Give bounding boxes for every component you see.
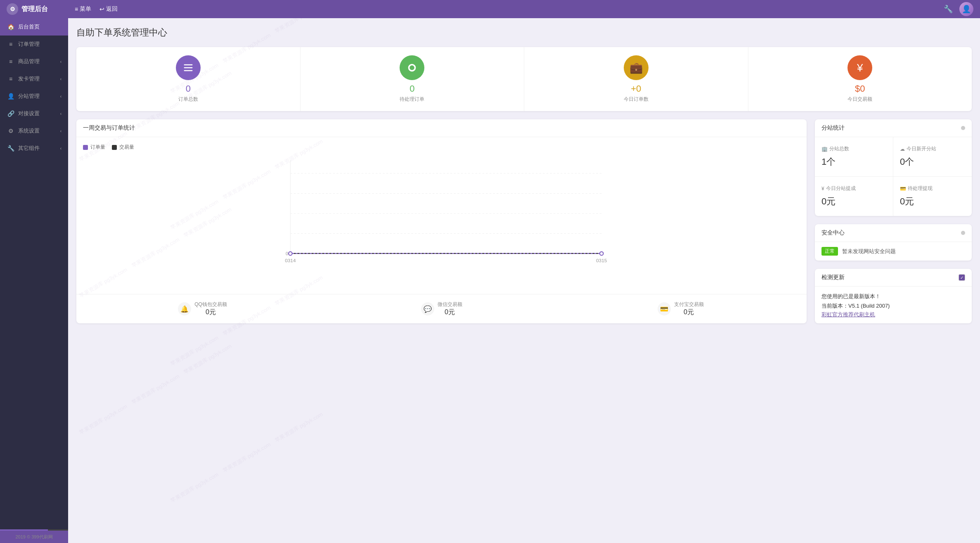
orders-icon: ≡	[7, 41, 15, 47]
avatar[interactable]: 👤	[959, 2, 973, 16]
stat-card-today-orders: 💼 +0 今日订单数	[524, 47, 748, 111]
menu-button[interactable]: ≡ 菜单	[75, 5, 91, 13]
pending-value: 0	[410, 83, 414, 94]
alipay-icon: 💳	[658, 302, 671, 315]
svg-text:0314: 0314	[285, 258, 296, 263]
chart-bottom-stats: 🔔 QQ钱包交易额 0元 💬 微信交易额 0元	[76, 294, 807, 323]
cloud-icon: ☁	[900, 146, 905, 152]
svg-rect-2	[184, 70, 192, 71]
security-panel: 安全中心 正常 暂未发现网站安全问题	[815, 224, 972, 261]
sidebar-label-orders: 订单管理	[18, 40, 40, 48]
side-stat-total-branches: 🏢 分站总数 1个	[815, 137, 893, 177]
chart-legend: 订单量 交易量	[83, 144, 800, 151]
today-orders-label: 今日订单数	[624, 96, 649, 103]
nav-items: ≡ 菜单 ↩ 返回	[75, 5, 118, 13]
svg-text:0: 0	[286, 251, 288, 256]
svg-point-4	[410, 65, 414, 70]
update-body: 您使用的已是最新版本！ 当前版本：V5.1 (Build 2007) 彩虹官方推…	[815, 287, 972, 323]
watermark-7: 苹果资源库 pg3yk.com 苹果资源库 pg3yk.com 苹果资源库 pg…	[169, 410, 324, 504]
qq-info: QQ钱包交易额 0元	[194, 301, 227, 317]
today-orders-icon: 💼	[624, 55, 649, 80]
branch-icon: 👤	[7, 93, 15, 100]
sidebar-item-invoice[interactable]: ≡ 发卡管理 ‹	[0, 70, 68, 88]
sidebar: 🏠 后台首页 ≡ 订单管理 ≡ 商品管理 ‹ ≡ 发卡管理 ‹ 👤 分站管理 ‹…	[0, 18, 68, 543]
other-icon: 🔧	[7, 145, 15, 152]
yen-icon: ¥	[821, 186, 824, 192]
update-link[interactable]: 彩虹官方推荐代刷主机	[821, 311, 875, 318]
qq-value: 0元	[194, 308, 227, 317]
col-side: 分站统计 🏢 分站总数 1个 ☁ 今日新开分站	[815, 119, 972, 332]
chevron-right-icon-4: ‹	[60, 111, 62, 116]
header-dot	[961, 126, 965, 130]
svg-point-13	[600, 252, 604, 256]
update-title: 检测更新	[821, 274, 845, 281]
revenue-icon: ¥	[847, 55, 872, 80]
revenue-label: 今日交易额	[847, 96, 872, 103]
sidebar-item-branch[interactable]: 👤 分站管理 ‹	[0, 88, 68, 105]
bottom-stat-qq: 🔔 QQ钱包交易额 0元	[83, 301, 322, 317]
side-stat-pending-withdraw: 💳 待处理提现 0元	[893, 177, 972, 216]
sidebar-footer: 2019 © 399代刷网	[0, 531, 68, 543]
update-panel: 检测更新 ✓ 您使用的已是最新版本！ 当前版本：V5.1 (Build 2007…	[815, 269, 972, 323]
sidebar-item-system[interactable]: ⚙ 系统设置 ‹	[0, 122, 68, 140]
right-icons: 🔧 👤	[944, 2, 973, 16]
sidebar-item-orders[interactable]: ≡ 订单管理	[0, 36, 68, 53]
update-line1: 您使用的已是最新版本！	[821, 292, 965, 301]
chart-container: 订单量 交易量	[76, 137, 807, 294]
alipay-label: 支付宝交易额	[674, 301, 704, 308]
wechat-icon: 💬	[421, 302, 434, 315]
branch-stats-panel: 分站统计 🏢 分站总数 1个 ☁ 今日新开分站	[815, 119, 972, 216]
connect-icon: 🔗	[7, 110, 15, 117]
sidebar-label-dashboard: 后台首页	[18, 23, 40, 31]
commission-value: 0元	[821, 195, 886, 208]
side-stats-grid: 🏢 分站总数 1个 ☁ 今日新开分站 0个 ¥	[815, 137, 972, 216]
security-status: 正常 暂未发现网站安全问题	[821, 247, 965, 256]
legend-transactions: 交易量	[112, 144, 134, 151]
stat-card-pending: 0 待处理订单	[301, 47, 525, 111]
invoice-icon: ≡	[7, 76, 15, 82]
wrench-icon[interactable]: 🔧	[944, 5, 953, 14]
security-header: 安全中心	[815, 224, 972, 242]
products-icon: ≡	[7, 58, 15, 65]
legend-orders-dot	[83, 145, 88, 150]
home-icon: 🏠	[7, 24, 15, 30]
sidebar-item-products[interactable]: ≡ 商品管理 ‹	[0, 53, 68, 70]
branch-stats-title: 分站统计	[821, 124, 845, 132]
total-branches-label: 🏢 分站总数	[821, 145, 886, 152]
back-button[interactable]: ↩ 返回	[99, 5, 118, 13]
pending-icon	[400, 55, 424, 80]
sidebar-item-dashboard[interactable]: 🏠 后台首页	[0, 18, 68, 36]
pending-withdraw-label: 💳 待处理提现	[900, 185, 965, 192]
update-checkbox[interactable]: ✓	[959, 274, 965, 281]
svg-rect-1	[184, 67, 192, 68]
stat-card-total-orders: 0 订单总数	[76, 47, 301, 111]
two-col-layout: 一周交易与订单统计 订单量 交易量	[76, 119, 972, 332]
chart-area: 0 0314 0315	[83, 156, 800, 271]
col-main: 一周交易与订单统计 订单量 交易量	[76, 119, 807, 332]
wechat-label: 微信交易额	[438, 301, 462, 308]
sidebar-label-products: 商品管理	[18, 58, 40, 65]
chevron-right-icon-3: ‹	[60, 94, 62, 99]
chevron-right-icon-5: ‹	[60, 129, 62, 133]
menu-icon: ≡	[75, 6, 78, 12]
sidebar-label-other: 其它组件	[18, 145, 40, 152]
sidebar-label-connect: 对接设置	[18, 110, 40, 117]
sidebar-item-connect[interactable]: 🔗 对接设置 ‹	[0, 105, 68, 122]
wechat-value: 0元	[438, 308, 462, 317]
update-line2: 当前版本：V5.1 (Build 2007)	[821, 301, 965, 311]
chevron-right-icon-6: ‹	[60, 146, 62, 151]
sidebar-item-other[interactable]: 🔧 其它组件 ‹	[0, 140, 68, 157]
total-orders-label: 订单总数	[178, 96, 198, 103]
pending-withdraw-value: 0元	[900, 195, 965, 208]
svg-rect-0	[184, 64, 192, 65]
legend-orders-label: 订单量	[90, 144, 105, 151]
wechat-info: 微信交易额 0元	[438, 301, 462, 317]
legend-transactions-dot	[112, 145, 117, 150]
security-title: 安全中心	[821, 229, 845, 237]
legend-orders: 订单量	[83, 144, 105, 151]
chevron-right-icon-2: ‹	[60, 77, 62, 81]
security-badge: 正常	[821, 247, 838, 256]
logo: ⚙ 管理后台	[7, 3, 75, 15]
system-icon: ⚙	[7, 128, 15, 134]
chart-panel-header: 一周交易与订单统计	[76, 119, 807, 137]
